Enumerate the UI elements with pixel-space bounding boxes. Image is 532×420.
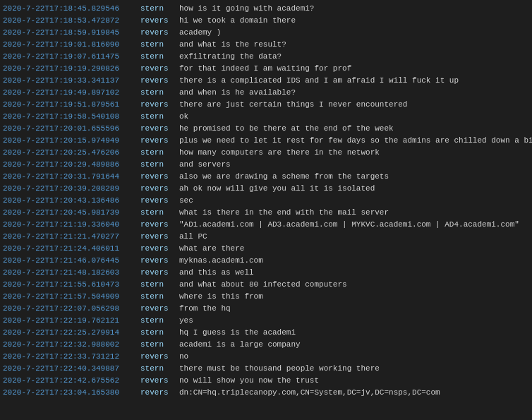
message-text: myknas.academi.com bbox=[179, 256, 263, 266]
table-row: 2020-7-22T17:22:25.279914sternhq I guess… bbox=[0, 327, 532, 339]
timestamp: 2020-7-22T17:22:25.279914 bbox=[3, 328, 140, 338]
timestamp: 2020-7-22T17:22:40.349887 bbox=[3, 364, 140, 374]
timestamp: 2020-7-22T17:19:19.290826 bbox=[3, 64, 140, 74]
message-text: no bbox=[179, 352, 188, 362]
timestamp: 2020-7-22T17:19:51.879561 bbox=[3, 100, 140, 110]
username: stern bbox=[140, 4, 179, 14]
username: stern bbox=[140, 364, 179, 374]
timestamp: 2020-7-22T17:22:33.731212 bbox=[3, 352, 140, 362]
timestamp: 2020-7-22T17:20:45.981739 bbox=[3, 208, 140, 218]
table-row: 2020-7-22T17:22:33.731212reversno bbox=[0, 351, 532, 363]
timestamp: 2020-7-22T17:20:39.208289 bbox=[3, 184, 140, 194]
table-row: 2020-7-22T17:19:58.540108sternok bbox=[0, 111, 532, 123]
timestamp: 2020-7-22T17:18:59.919845 bbox=[3, 28, 140, 38]
username: revers bbox=[140, 16, 179, 26]
timestamp: 2020-7-22T17:22:07.056298 bbox=[3, 304, 140, 314]
username: revers bbox=[140, 196, 179, 206]
username: stern bbox=[140, 328, 179, 338]
message-text: and when is he available? bbox=[179, 88, 296, 98]
username: revers bbox=[140, 64, 179, 74]
table-row: 2020-7-22T17:20:29.489886sternand server… bbox=[0, 159, 532, 171]
message-text: ok bbox=[179, 112, 188, 122]
username: stern bbox=[140, 40, 179, 50]
timestamp: 2020-7-22T17:18:45.829546 bbox=[3, 4, 140, 14]
table-row: 2020-7-22T17:23:04.165380reversdn:CN=hq.… bbox=[0, 387, 532, 399]
timestamp: 2020-7-22T17:23:04.165380 bbox=[3, 388, 140, 398]
timestamp: 2020-7-22T17:19:01.816090 bbox=[3, 40, 140, 50]
username: stern bbox=[140, 52, 179, 62]
message-text: sec bbox=[179, 196, 193, 206]
table-row: 2020-7-22T17:20:01.655596revershe promis… bbox=[0, 123, 532, 135]
table-row: 2020-7-22T17:18:45.829546sternhow is it … bbox=[0, 3, 532, 15]
table-row: 2020-7-22T17:21:57.504909sternwhere is t… bbox=[0, 291, 532, 303]
timestamp: 2020-7-22T17:20:43.136486 bbox=[3, 196, 140, 206]
message-text: he promised to be there at the end of th… bbox=[179, 124, 394, 134]
table-row: 2020-7-22T17:18:59.919845reversacademy ) bbox=[0, 27, 532, 39]
timestamp: 2020-7-22T17:20:29.489886 bbox=[3, 160, 140, 170]
message-text: and this as well bbox=[179, 268, 254, 278]
username: revers bbox=[140, 268, 179, 278]
username: stern bbox=[140, 112, 179, 122]
username: revers bbox=[140, 388, 179, 398]
timestamp: 2020-7-22T17:21:48.182603 bbox=[3, 268, 140, 278]
message-text: where is this from bbox=[179, 292, 263, 302]
username: revers bbox=[140, 304, 179, 314]
timestamp: 2020-7-22T17:22:42.675562 bbox=[3, 376, 140, 386]
timestamp: 2020-7-22T17:20:01.655596 bbox=[3, 124, 140, 134]
message-text: "AD1.academi.com | AD3.academi.com | MYK… bbox=[179, 220, 519, 230]
timestamp: 2020-7-22T17:20:31.791644 bbox=[3, 172, 140, 182]
table-row: 2020-7-22T17:20:25.476206sternhow many c… bbox=[0, 147, 532, 159]
table-row: 2020-7-22T17:22:19.762121sternyes bbox=[0, 315, 532, 327]
username: stern bbox=[140, 160, 179, 170]
message-text: from the hq bbox=[179, 304, 231, 314]
table-row: 2020-7-22T17:19:01.816090sternand what i… bbox=[0, 39, 532, 51]
timestamp: 2020-7-22T17:18:53.472872 bbox=[3, 16, 140, 26]
table-row: 2020-7-22T17:21:48.182603reversand this … bbox=[0, 267, 532, 279]
username: revers bbox=[140, 220, 179, 230]
table-row: 2020-7-22T17:20:31.791644reversalso we a… bbox=[0, 171, 532, 183]
timestamp: 2020-7-22T17:22:32.988002 bbox=[3, 340, 140, 350]
username: stern bbox=[140, 208, 179, 218]
message-text: plus we need to let it rest for few days… bbox=[179, 136, 532, 146]
timestamp: 2020-7-22T17:20:25.476206 bbox=[3, 148, 140, 158]
username: revers bbox=[140, 124, 179, 134]
message-text: there are just certain things I never en… bbox=[179, 100, 407, 110]
username: revers bbox=[140, 244, 179, 254]
table-row: 2020-7-22T17:20:39.208289reversah ok now… bbox=[0, 183, 532, 195]
timestamp: 2020-7-22T17:21:46.076445 bbox=[3, 256, 140, 266]
table-row: 2020-7-22T17:18:53.472872revershi we too… bbox=[0, 15, 532, 27]
username: revers bbox=[140, 100, 179, 110]
table-row: 2020-7-22T17:19:07.611475sternexfiltrati… bbox=[0, 51, 532, 63]
timestamp: 2020-7-22T17:19:49.897102 bbox=[3, 88, 140, 98]
table-row: 2020-7-22T17:22:07.056298reversfrom the … bbox=[0, 303, 532, 315]
table-row: 2020-7-22T17:22:42.675562reversno will s… bbox=[0, 375, 532, 387]
username: revers bbox=[140, 376, 179, 386]
table-row: 2020-7-22T17:20:43.136486reverssec bbox=[0, 195, 532, 207]
table-row: 2020-7-22T17:19:33.341137reversthere is … bbox=[0, 75, 532, 87]
message-text: yes bbox=[179, 316, 193, 326]
username: stern bbox=[140, 292, 179, 302]
timestamp: 2020-7-22T17:19:07.611475 bbox=[3, 52, 140, 62]
message-text: academy ) bbox=[179, 28, 221, 38]
username: revers bbox=[140, 184, 179, 194]
message-text: how is it going with academi? bbox=[179, 4, 314, 14]
message-text: hq I guess is the academi bbox=[179, 328, 296, 338]
username: stern bbox=[140, 280, 179, 290]
message-text: and what is the result? bbox=[179, 40, 286, 50]
username: stern bbox=[140, 316, 179, 326]
message-text: and servers bbox=[179, 160, 231, 170]
message-text: there is a complicated IDS and I am afra… bbox=[179, 76, 459, 86]
username: stern bbox=[140, 88, 179, 98]
timestamp: 2020-7-22T17:21:21.470277 bbox=[3, 232, 140, 242]
username: revers bbox=[140, 172, 179, 182]
username: revers bbox=[140, 352, 179, 362]
username: revers bbox=[140, 256, 179, 266]
message-text: no will show you now the trust bbox=[179, 376, 319, 386]
username: revers bbox=[140, 28, 179, 38]
table-row: 2020-7-22T17:21:46.076445reversmyknas.ac… bbox=[0, 255, 532, 267]
table-row: 2020-7-22T17:22:32.988002sternacademi is… bbox=[0, 339, 532, 351]
table-row: 2020-7-22T17:19:49.897102sternand when i… bbox=[0, 87, 532, 99]
username: revers bbox=[140, 136, 179, 146]
table-row: 2020-7-22T17:21:21.470277reversall PC bbox=[0, 231, 532, 243]
username: revers bbox=[140, 232, 179, 242]
